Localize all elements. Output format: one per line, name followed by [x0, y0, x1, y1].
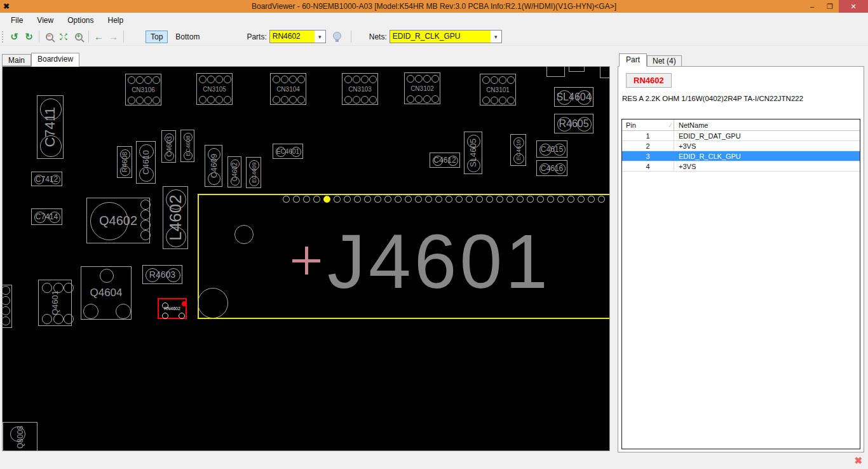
- part-c7414[interactable]: C7414: [31, 208, 62, 225]
- pin: [435, 196, 442, 203]
- part-cn3106[interactable]: CN3106: [125, 74, 161, 105]
- part-ec4609[interactable]: EC4609: [246, 157, 261, 188]
- part-cn3102[interactable]: CN3102: [404, 72, 440, 104]
- pad: [369, 76, 377, 83]
- connector-j4601-label: J4601: [327, 223, 551, 299]
- pin-row-3[interactable]: 3EDID_R_CLK_GPU: [622, 151, 860, 161]
- bottom-side-button[interactable]: Bottom: [169, 31, 206, 43]
- pin-table-header[interactable]: Pin ∕ NetName: [622, 119, 860, 131]
- part-cn3104[interactable]: CN3104: [270, 73, 306, 105]
- pin: [354, 196, 361, 203]
- separator: [88, 31, 89, 43]
- part-q4601[interactable]: Q4601: [38, 280, 72, 326]
- boardviewer-window: ✖ BoardViewer - 60-N9EMB1000-A03 [Model:…: [0, 0, 868, 469]
- tab-main[interactable]: Main: [2, 54, 31, 66]
- zoom-out-icon[interactable]: −: [42, 30, 57, 44]
- tab-boardview[interactable]: Boardview: [31, 53, 79, 67]
- part-outline[interactable]: [600, 66, 610, 78]
- pad: [577, 90, 592, 105]
- part-c4602[interactable]: C4602: [227, 156, 241, 187]
- part-ec4610[interactable]: EC4610: [510, 134, 526, 166]
- menu-help[interactable]: Help: [101, 14, 131, 27]
- part-rn4602[interactable]: RN4602: [158, 298, 187, 319]
- part-ec4608[interactable]: EC4608: [180, 130, 194, 162]
- pad: [482, 76, 490, 84]
- part-c4609[interactable]: C4609: [205, 145, 222, 187]
- netname-cell: EDID_R_DAT_GPU: [674, 131, 860, 140]
- part-cn3101[interactable]: CN3101: [480, 74, 516, 105]
- nets-combobox[interactable]: EDID_R_CLK_GPU ▾: [390, 30, 502, 43]
- minimize-button[interactable]: –: [803, 0, 821, 13]
- part-ref-button[interactable]: RN4602: [626, 73, 672, 88]
- pin-row-2[interactable]: 2+3VS: [622, 141, 860, 151]
- pad: [281, 96, 288, 104]
- part-r4605[interactable]: R4605: [554, 114, 593, 133]
- menu-view[interactable]: View: [30, 14, 60, 27]
- tab-part[interactable]: Part: [619, 53, 647, 67]
- pin: [334, 196, 341, 203]
- connector-j4601[interactable]: J4601: [198, 194, 610, 319]
- part-c4612[interactable]: C4612: [430, 153, 460, 168]
- zoom-fit-icon[interactable]: ↖↗↙↘: [57, 30, 71, 44]
- part-l4602[interactable]: L4602: [163, 186, 188, 249]
- pin-row-1[interactable]: 1EDID_R_DAT_GPU: [622, 131, 860, 141]
- pad: [577, 117, 592, 132]
- part-q4602[interactable]: Q4602: [86, 198, 150, 243]
- menu-options[interactable]: Options: [60, 14, 100, 27]
- pad: [423, 75, 431, 83]
- part-outline[interactable]: [569, 66, 585, 72]
- part-c7411[interactable]: C7411: [37, 95, 64, 159]
- top-side-button[interactable]: Top: [146, 31, 168, 43]
- pad: [215, 96, 223, 104]
- pin: [344, 196, 351, 203]
- part-c4610[interactable]: C4610: [136, 141, 156, 184]
- rotate-right-icon[interactable]: ↻: [22, 30, 36, 44]
- parts-combobox[interactable]: RN4602 ▾: [269, 30, 326, 43]
- back-icon[interactable]: ←: [92, 30, 106, 44]
- pin-cell: 3: [622, 151, 674, 161]
- tab-net[interactable]: Net (4): [647, 55, 682, 67]
- part-c7412[interactable]: C7412: [31, 172, 62, 186]
- netname-column-header[interactable]: NetName: [674, 121, 860, 129]
- pad: [467, 159, 480, 172]
- part-cn3105[interactable]: CN3105: [196, 73, 233, 105]
- part-r4603[interactable]: R4603: [142, 265, 182, 284]
- pin-column-header[interactable]: Pin: [626, 121, 636, 129]
- pin: [374, 196, 381, 203]
- forward-icon[interactable]: →: [106, 30, 121, 44]
- close-button[interactable]: ✕: [839, 0, 868, 13]
- pad: [231, 160, 240, 168]
- side-panel-tabs: Part Net (4): [619, 53, 682, 67]
- lightbulb-icon[interactable]: [330, 30, 344, 44]
- pad: [34, 175, 44, 184]
- chevron-down-icon[interactable]: ▾: [491, 31, 501, 43]
- pad: [207, 96, 215, 104]
- board-canvas[interactable]: J4601 CN3106CN3105CN3104CN3103CN3102CN31…: [2, 66, 610, 451]
- part-q8008[interactable]: Q8008: [3, 422, 37, 451]
- restore-button[interactable]: ❐: [821, 0, 839, 13]
- zoom-in-icon[interactable]: +: [71, 30, 86, 44]
- pad: [136, 76, 144, 84]
- part-r4608[interactable]: R4608: [117, 146, 132, 178]
- pad: [344, 96, 352, 104]
- pad: [34, 212, 46, 223]
- part-outline[interactable]: [2, 285, 12, 328]
- part-sl4605[interactable]: SL4605: [464, 132, 482, 174]
- part-cn3103[interactable]: CN3103: [342, 73, 378, 105]
- pad: [431, 75, 439, 83]
- part-c4603[interactable]: C4603: [161, 130, 176, 163]
- rotate-left-icon[interactable]: ↺: [7, 30, 22, 44]
- pad: [273, 76, 280, 83]
- part-c4615[interactable]: C4615: [536, 140, 567, 158]
- part-c4616[interactable]: C4616: [536, 160, 567, 176]
- part-outline[interactable]: [546, 66, 565, 77]
- status-close-icon[interactable]: ✖: [854, 455, 862, 466]
- menu-file[interactable]: File: [4, 14, 30, 27]
- part-sl4604[interactable]: SL4604: [554, 87, 593, 107]
- part-ec4601[interactable]: EC4601: [273, 144, 303, 159]
- chevron-down-icon[interactable]: ▾: [315, 31, 325, 43]
- part-q4604[interactable]: Q4604: [81, 266, 132, 320]
- pad: [166, 268, 180, 282]
- pin-row-4[interactable]: 4+3VS: [622, 161, 860, 172]
- pad: [499, 76, 506, 84]
